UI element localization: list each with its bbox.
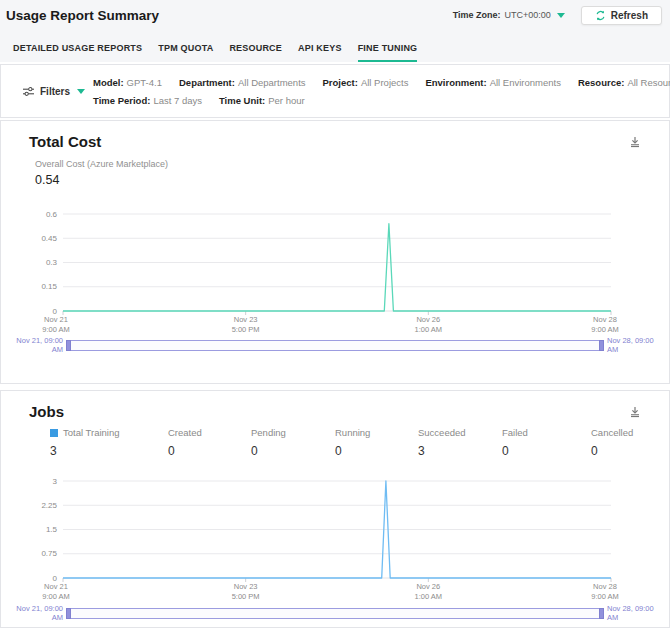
svg-text:2.25: 2.25 bbox=[41, 501, 57, 510]
svg-text:9:00 AM: 9:00 AM bbox=[42, 325, 70, 334]
overall-cost-stat: Overall Cost (Azure Marketplace) 0.54 bbox=[35, 159, 168, 187]
svg-text:0.6: 0.6 bbox=[46, 210, 58, 219]
range-slider-track[interactable] bbox=[66, 608, 604, 619]
total-cost-section: Total Cost Overall Cost (Azure Marketpla… bbox=[0, 120, 670, 384]
svg-text:9:00 AM: 9:00 AM bbox=[591, 325, 619, 334]
stat-pending: Pending 0 bbox=[251, 427, 286, 458]
top-bar: Usage Report Summary Time Zone: UTC+00:0… bbox=[0, 0, 670, 30]
range-start-label: Nov 21, 09:00 AM bbox=[5, 336, 63, 354]
svg-text:0.75: 0.75 bbox=[41, 549, 57, 558]
svg-text:Nov 28: Nov 28 bbox=[593, 582, 617, 591]
svg-text:Nov 23: Nov 23 bbox=[234, 582, 258, 591]
range-slider-track[interactable] bbox=[66, 340, 604, 351]
timezone-value: UTC+00:00 bbox=[504, 10, 550, 20]
range-start-label: Nov 21, 09:00 AM bbox=[5, 604, 63, 622]
chevron-down-icon bbox=[77, 89, 85, 94]
svg-text:5:00 PM: 5:00 PM bbox=[232, 325, 260, 334]
tab-detailed-usage-reports[interactable]: DETAILED USAGE REPORTS bbox=[13, 43, 142, 62]
timezone-selector[interactable]: Time Zone: UTC+00:00 bbox=[453, 10, 565, 20]
svg-text:Nov 28: Nov 28 bbox=[593, 315, 617, 324]
tab-fine-tuning[interactable]: FINE TUNING bbox=[358, 43, 418, 62]
range-slider-right-handle[interactable] bbox=[599, 608, 604, 619]
svg-text:Nov 26: Nov 26 bbox=[416, 582, 440, 591]
svg-text:1:00 AM: 1:00 AM bbox=[415, 592, 443, 601]
refresh-button[interactable]: Refresh bbox=[581, 6, 662, 25]
stat-total-training: Total Training 3 bbox=[50, 427, 120, 458]
refresh-label: Refresh bbox=[611, 10, 648, 21]
range-slider-left-handle[interactable] bbox=[66, 608, 71, 619]
refresh-icon bbox=[595, 10, 606, 21]
total-training-legend-icon bbox=[50, 429, 58, 437]
svg-text:1:00 AM: 1:00 AM bbox=[415, 325, 443, 334]
filter-summary: Model:GPT-4.1 Department:All Departments… bbox=[93, 77, 670, 106]
download-icon[interactable] bbox=[629, 136, 641, 148]
download-icon[interactable] bbox=[629, 406, 641, 418]
filter-time-unit: Time Unit:Per hour bbox=[219, 95, 305, 106]
total-cost-title: Total Cost bbox=[29, 133, 101, 150]
chevron-down-icon bbox=[557, 13, 565, 18]
timezone-label: Time Zone: bbox=[453, 10, 501, 20]
overall-cost-label: Overall Cost (Azure Marketplace) bbox=[35, 159, 168, 169]
stat-failed: Failed 0 bbox=[502, 427, 528, 458]
svg-text:3: 3 bbox=[53, 477, 58, 486]
tab-resource[interactable]: RESOURCE bbox=[229, 43, 282, 62]
filters-button[interactable]: Filters bbox=[1, 86, 93, 97]
svg-text:0.15: 0.15 bbox=[41, 282, 57, 291]
jobs-title: Jobs bbox=[29, 403, 64, 420]
filter-resource: Resource:All Resources bbox=[578, 77, 670, 88]
filters-icon bbox=[22, 86, 35, 97]
svg-text:Nov 26: Nov 26 bbox=[416, 315, 440, 324]
range-slider-left-handle[interactable] bbox=[66, 340, 71, 351]
filter-environment: Environment:All Environments bbox=[425, 77, 561, 88]
svg-text:Nov 23: Nov 23 bbox=[234, 315, 258, 324]
svg-text:1.5: 1.5 bbox=[46, 525, 58, 534]
tab-bar: DETAILED USAGE REPORTS TPM QUOTA RESOURC… bbox=[0, 30, 670, 62]
total-cost-range-slider: Nov 21, 09:00 AM Nov 28, 09:00 AM bbox=[1, 336, 669, 354]
stat-cancelled: Cancelled 0 bbox=[591, 427, 633, 458]
svg-text:Nov 21: Nov 21 bbox=[44, 582, 68, 591]
range-end-label: Nov 28, 09:00 AM bbox=[607, 336, 665, 354]
filter-project: Project:All Projects bbox=[323, 77, 409, 88]
svg-text:0.45: 0.45 bbox=[41, 234, 57, 243]
filters-bar: Filters Model:GPT-4.1 Department:All Dep… bbox=[0, 64, 670, 118]
svg-text:Nov 21: Nov 21 bbox=[44, 315, 68, 324]
svg-text:9:00 AM: 9:00 AM bbox=[42, 592, 70, 601]
jobs-range-slider: Nov 21, 09:00 AM Nov 28, 09:00 AM bbox=[1, 604, 669, 622]
overall-cost-value: 0.54 bbox=[35, 173, 168, 187]
total-cost-chart: 00.150.30.450.6Nov 219:00 AMNov 235:00 P… bbox=[1, 206, 670, 336]
tab-tpm-quota[interactable]: TPM QUOTA bbox=[158, 43, 213, 62]
tab-api-keys[interactable]: API KEYS bbox=[298, 43, 342, 62]
stat-running: Running 0 bbox=[335, 427, 370, 458]
filter-department: Department:All Departments bbox=[179, 77, 306, 88]
filters-label: Filters bbox=[40, 86, 70, 97]
range-end-label: Nov 28, 09:00 AM bbox=[607, 604, 665, 622]
svg-text:0.3: 0.3 bbox=[46, 258, 58, 267]
stat-created: Created 0 bbox=[168, 427, 202, 458]
stat-succeeded: Succeeded 3 bbox=[418, 427, 466, 458]
page-title: Usage Report Summary bbox=[6, 8, 453, 23]
jobs-section: Jobs Total Training 3 Created 0 Pending … bbox=[0, 390, 670, 628]
svg-text:9:00 AM: 9:00 AM bbox=[591, 592, 619, 601]
range-slider-right-handle[interactable] bbox=[599, 340, 604, 351]
jobs-chart: 00.751.52.253Nov 219:00 AMNov 235:00 PMN… bbox=[1, 473, 670, 603]
svg-text:5:00 PM: 5:00 PM bbox=[232, 592, 260, 601]
filter-time-period: Time Period:Last 7 days bbox=[93, 95, 202, 106]
filter-model: Model:GPT-4.1 bbox=[93, 77, 162, 88]
